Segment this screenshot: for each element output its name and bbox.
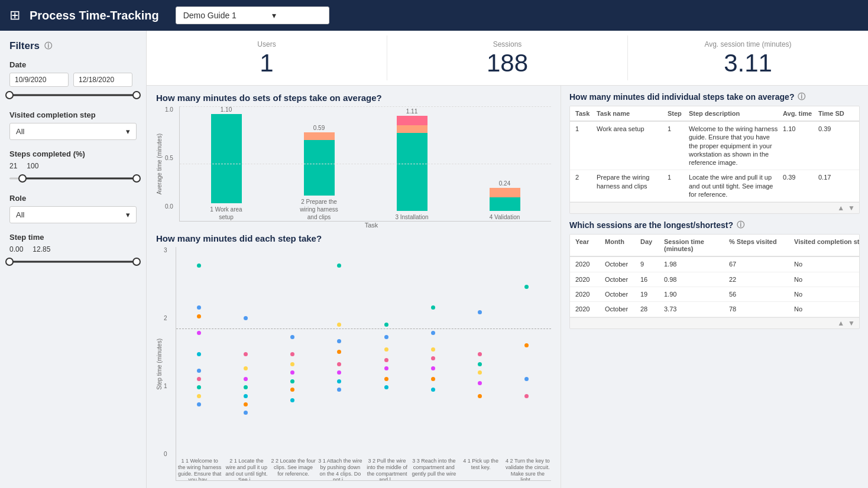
date-end-input[interactable]: 12/18/2020 (73, 73, 132, 87)
scatter-dots-7 (478, 247, 484, 457)
bar-label-3: 3 Installation (395, 213, 428, 221)
dot (290, 335, 294, 339)
app-header: ⊞ Process Time-Tracking Demo Guide 1 ▾ (0, 0, 868, 31)
bar-teal-3 (397, 133, 427, 211)
dot (431, 377, 435, 381)
dot (431, 388, 435, 392)
dot (197, 377, 201, 381)
scroll-up-icon[interactable]: ▲ (837, 319, 844, 327)
charts-left: How many minutes do sets of steps take o… (147, 86, 561, 488)
scatter-xlabel-6: 3 3 Reach into the compartment and gentl… (410, 457, 457, 481)
scatter-xlabel-4: 3 1 Attach the wire by pushing down on t… (317, 457, 364, 481)
dot (197, 331, 201, 335)
charts-right: How many minutes did individual steps ta… (561, 86, 868, 488)
visited-completion-label: Visited completion step (9, 110, 137, 119)
scroll-down-icon[interactable]: ▼ (848, 319, 855, 327)
date-range-slider[interactable] (9, 89, 137, 101)
scroll-down-icon[interactable]: ▼ (848, 204, 855, 212)
bar-value-2: 0.59 (313, 125, 325, 131)
dot (431, 347, 435, 352)
dot (384, 347, 388, 352)
bar-teal-2 (304, 140, 335, 196)
dot (431, 366, 435, 370)
scroll-up-icon[interactable]: ▲ (837, 204, 844, 212)
slider-fill (22, 178, 137, 180)
table-row: 2020 October 16 0.98 22 No (570, 272, 859, 287)
date-start-input[interactable]: 10/9/2020 (9, 73, 69, 87)
scatter-col-5 (364, 247, 410, 457)
bar-orange-2 (304, 132, 335, 140)
scatter-dashed-line (176, 328, 551, 329)
dot (337, 370, 341, 375)
dot (244, 377, 248, 381)
dot (478, 381, 482, 385)
dot (337, 339, 341, 343)
step-time-slider[interactable] (9, 256, 137, 268)
dot (384, 335, 388, 339)
steps-completed-values: 21 100 (9, 162, 137, 170)
chevron-down-icon: ▾ (126, 127, 130, 136)
sessions-table-body[interactable]: 2020 October 9 1.98 67 No 2020 October 1… (570, 257, 859, 317)
dot (478, 352, 482, 356)
scatter-chart-wrapper: Step time (minutes) 3 2 1 0 (156, 247, 551, 481)
steps-completed-filter: Steps completed (%) 21 100 (9, 149, 137, 184)
dot (431, 331, 435, 335)
metric-users-label: Users (158, 40, 375, 48)
scatter-x-labels: 1 1 Welcome to the wiring harness guide.… (176, 457, 551, 480)
slider-fill (9, 261, 137, 263)
steps-table-body[interactable]: 1 Work area setup 1 Welcome to the wirin… (570, 122, 859, 202)
table-row: 2020 October 28 3.73 78 No (570, 302, 859, 317)
slider-thumb-left[interactable] (5, 258, 14, 266)
sidebar: Filters ⓘ Date 10/9/2020 12/18/2020 Visi… (0, 31, 147, 488)
dot (384, 358, 388, 362)
scatter-cols-container (176, 247, 551, 457)
table-row: 2020 October 9 1.98 67 No (570, 257, 859, 272)
slider-thumb-left[interactable] (5, 91, 14, 99)
bar-chart-title: How many minutes do sets of steps take o… (156, 93, 551, 103)
steps-info-icon[interactable]: ⓘ (798, 92, 805, 102)
scatter-xlabel-3: 2 2 Locate the four clips. See image for… (270, 457, 317, 477)
app-icon: ⊞ (9, 8, 20, 23)
scatter-dots-4 (337, 247, 343, 457)
bar-label-4: 4 Validation (490, 213, 520, 221)
table-row: 2020 October 19 1.90 56 No (570, 287, 859, 302)
dot (524, 343, 529, 347)
sessions-info-icon[interactable]: ⓘ (737, 220, 744, 230)
sessions-table-title: Which sessions are the longest/shortest?… (569, 220, 860, 230)
slider-thumb-right[interactable] (132, 91, 141, 99)
date-label: Date (9, 60, 137, 69)
scatter-xlabel-5: 3 2 Pull the wire into the middle of the… (364, 457, 410, 481)
scatter-col-4 (317, 247, 364, 457)
filters-info-icon[interactable]: ⓘ (44, 41, 52, 51)
table-row: 2 Prepare the wiring harness and clips 1… (570, 170, 859, 202)
guide-dropdown[interactable]: Demo Guide 1 ▾ (176, 6, 329, 24)
role-filter: Role All ▾ (9, 194, 137, 223)
metric-avg-session: Avg. session time (minutes) 3.11 (628, 35, 868, 80)
bar-x-axis-label: Task (192, 222, 551, 229)
dot (197, 352, 201, 356)
slider-thumb-left[interactable] (18, 174, 27, 183)
steps-table-header: Task Task name Step Step description Avg… (570, 106, 859, 122)
scatter-col-3 (270, 247, 317, 457)
role-dropdown[interactable]: All ▾ (9, 206, 137, 223)
slider-thumb-right[interactable] (132, 174, 141, 183)
chevron-down-icon: ▾ (272, 11, 276, 20)
bar-y-axis-label: Average time (minutes) (156, 134, 163, 194)
sessions-table: Year Month Day Session time (minutes) % … (569, 234, 860, 328)
bar-y-ticks: 1.0 0.5 0.0 (165, 106, 179, 222)
visited-completion-dropdown[interactable]: All ▾ (9, 123, 137, 140)
steps-completed-slider[interactable] (9, 173, 137, 184)
dot (478, 394, 482, 398)
metric-avg-session-label: Avg. session time (minutes) (640, 40, 856, 48)
scatter-xlabel-8: 4 2 Turn the key to validate the circuit… (504, 457, 551, 481)
bar-chart-area: Average time (minutes) 1.0 0.5 0.0 (156, 106, 551, 222)
slider-thumb-right[interactable] (132, 258, 141, 266)
bar-stack-4 (490, 188, 520, 211)
dot (244, 385, 248, 389)
bar-orange-4 (490, 188, 520, 197)
dot (478, 310, 482, 314)
bar-label-1: 1 Work area setup (203, 206, 250, 221)
dot (290, 362, 294, 366)
table-row: 1 Work area setup 1 Welcome to the wirin… (570, 122, 859, 170)
dot (478, 362, 482, 366)
